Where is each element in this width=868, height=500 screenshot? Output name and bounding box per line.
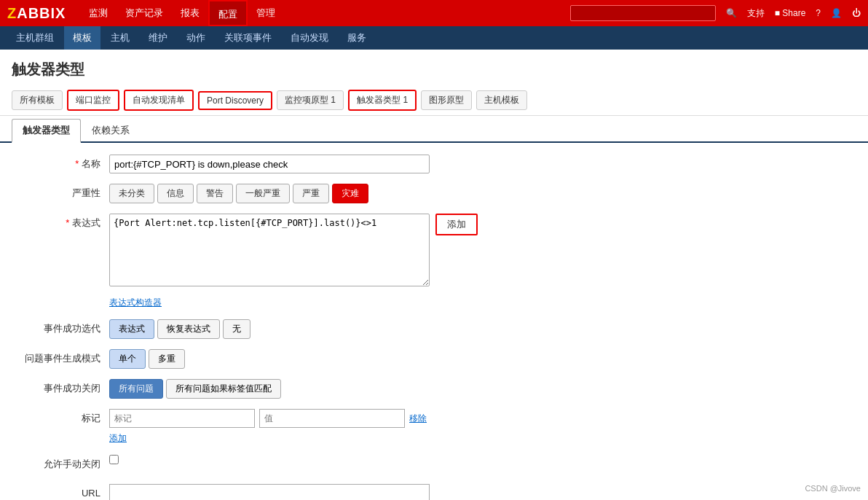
tags-row: 标记 移除 添加 [22,409,846,445]
tags-label: 标记 [22,409,109,428]
allow-manual-label: 允许手动关闭 [22,455,109,474]
sub-tabs: 触发器类型 依赖关系 [0,119,868,143]
severity-row: 严重性 未分类 信息 警告 一般严重 严重 灾难 [22,184,846,203]
tags-wrapper: 移除 添加 [109,409,427,445]
user-icon[interactable]: 👤 [831,8,842,18]
page-content: 触发器类型 所有模板 端口监控 自动发现清单 Port Discovery 监控… [0,50,868,500]
add-tag-link[interactable]: 添加 [109,433,127,443]
second-nav: 主机群组 模板 主机 维护 动作 关联项事件 自动发现 服务 [0,26,868,50]
tags-inputs-row: 移除 [109,409,427,428]
nav-templates[interactable]: 模板 [64,26,100,50]
help-icon[interactable]: ? [816,8,821,18]
tab-port-discovery[interactable]: Port Discovery [198,91,272,110]
nav-monitor[interactable]: 监测 [80,0,117,26]
tab-all-templates[interactable]: 所有模板 [12,90,63,110]
expression-wrapper: {Port Alert:net.tcp.listen[{#TCP_PORT}].… [109,214,478,286]
name-label: 名称 [22,155,109,173]
ec-all-problems[interactable]: 所有问题 [109,379,163,399]
problem-mode-group: 单个 多重 [109,349,185,369]
tag-value-input[interactable] [259,409,405,428]
nav-discovery[interactable]: 自动发现 [282,26,337,50]
nav-hosts[interactable]: 主机 [102,26,138,50]
nav-host-group[interactable]: 主机群组 [7,26,63,50]
nav-assets[interactable]: 资产记录 [117,0,172,26]
page-title: 触发器类型 [0,50,868,85]
sev-unclassified[interactable]: 未分类 [109,184,154,203]
expression-label: 表达式 [22,214,109,233]
search-input[interactable] [570,5,716,21]
nav-config[interactable]: 配置 [208,0,248,26]
url-input[interactable] [109,484,430,500]
tag-name-input[interactable] [109,409,255,428]
csdn-badge: CSDN @Jivove [805,484,861,493]
search-icon[interactable]: 🔍 [726,8,737,18]
pm-single[interactable]: 单个 [109,349,146,369]
sev-warning[interactable]: 警告 [197,184,233,203]
severity-label: 严重性 [22,184,109,203]
event-success-label: 事件成功选代 [22,319,109,338]
name-row: 名称 [22,155,846,173]
event-success-group: 表达式 恢复表达式 无 [109,319,250,339]
expr-builder-link[interactable]: 表达式构造器 [109,297,162,309]
es-none[interactable]: 无 [223,319,250,339]
nav-corr-events[interactable]: 关联项事件 [216,26,280,50]
top-nav-menu: 监测 资产记录 报表 配置 管理 [80,0,569,26]
ec-tag-match[interactable]: 所有问题如果标签值匹配 [166,379,281,399]
tab-host-template[interactable]: 主机模板 [476,90,527,110]
nav-admin[interactable]: 管理 [248,0,284,26]
form-area: 名称 严重性 未分类 信息 警告 一般严重 严重 灾难 表达式 {Port Al… [0,143,868,500]
nav-services[interactable]: 服务 [339,26,375,50]
top-nav: ZABBIX 监测 资产记录 报表 配置 管理 🔍 支持 ■ Share ? 👤… [0,0,868,26]
tag-remove-link[interactable]: 移除 [409,413,427,425]
problem-mode-label: 问题事件生成模式 [22,349,109,368]
event-close-label: 事件成功关闭 [22,379,109,398]
expression-row: 表达式 {Port Alert:net.tcp.listen[{#TCP_POR… [22,214,846,286]
url-label: URL [22,484,109,500]
nav-actions[interactable]: 动作 [178,26,214,50]
tab-monitor-proto[interactable]: 监控项原型 1 [277,90,344,110]
expr-builder-row: 表达式构造器 [22,297,846,309]
es-recovery-expr[interactable]: 恢复表达式 [157,319,220,339]
name-control [109,155,437,173]
event-close-group: 所有问题 所有问题如果标签值匹配 [109,379,281,399]
pm-multiple[interactable]: 多重 [149,349,185,369]
template-tabs: 所有模板 端口监控 自动发现清单 Port Discovery 监控项原型 1 … [0,85,868,116]
allow-manual-wrapper [109,455,119,464]
severity-group: 未分类 信息 警告 一般严重 严重 灾难 [109,184,368,203]
sev-disaster[interactable]: 灾难 [332,184,368,203]
support-link[interactable]: 支持 [747,7,765,20]
tab-autodiscovery-list[interactable]: 自动发现清单 [124,90,194,111]
es-expression[interactable]: 表达式 [109,319,154,339]
sev-info[interactable]: 信息 [157,184,194,203]
tab-port-monitor[interactable]: 端口监控 [67,90,119,111]
problem-mode-row: 问题事件生成模式 单个 多重 [22,349,846,369]
event-success-row: 事件成功选代 表达式 恢复表达式 无 [22,319,846,339]
expression-textarea[interactable]: {Port Alert:net.tcp.listen[{#TCP_PORT}].… [109,214,430,286]
allow-manual-checkbox[interactable] [109,455,119,464]
top-nav-right: 🔍 支持 ■ Share ? 👤 ⏻ [570,5,861,21]
nav-reports[interactable]: 报表 [172,0,208,26]
tab-graph-proto[interactable]: 图形原型 [421,90,472,110]
url-row: URL [22,484,846,500]
name-input[interactable] [109,155,430,173]
subtab-dependencies[interactable]: 依赖关系 [81,119,141,141]
add-tag-wrapper: 添加 [109,432,427,445]
nav-maintenance[interactable]: 维护 [140,26,176,50]
share-link[interactable]: ■ Share [775,8,806,18]
expression-add-button[interactable]: 添加 [435,214,478,235]
logo: ZABBIX [7,5,66,22]
allow-manual-row: 允许手动关闭 [22,455,846,474]
event-close-row: 事件成功关闭 所有问题 所有问题如果标签值匹配 [22,379,846,399]
power-icon[interactable]: ⏻ [852,8,861,18]
tab-trigger-type-1[interactable]: 触发器类型 1 [348,90,417,111]
sev-average[interactable]: 一般严重 [236,184,290,203]
subtab-trigger-type[interactable]: 触发器类型 [12,119,81,143]
sev-high[interactable]: 严重 [293,184,329,203]
